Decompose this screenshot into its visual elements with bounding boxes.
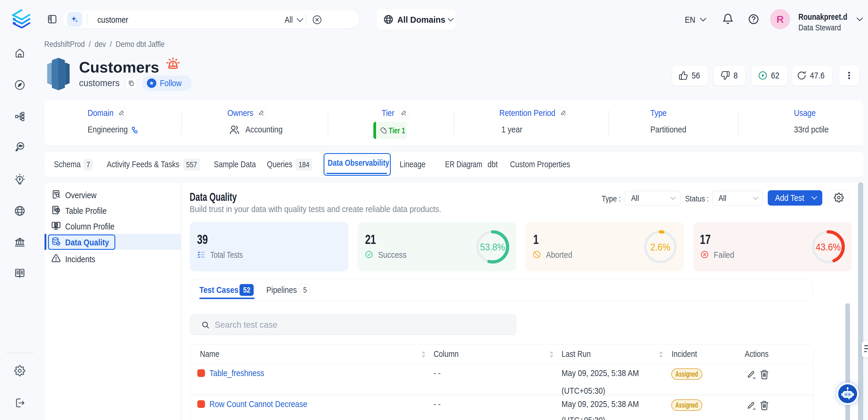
svg-text:2.6%: 2.6%	[650, 241, 671, 252]
svg-text:53.8%: 53.8%	[480, 241, 505, 252]
svg-text:43.6%: 43.6%	[816, 241, 841, 252]
